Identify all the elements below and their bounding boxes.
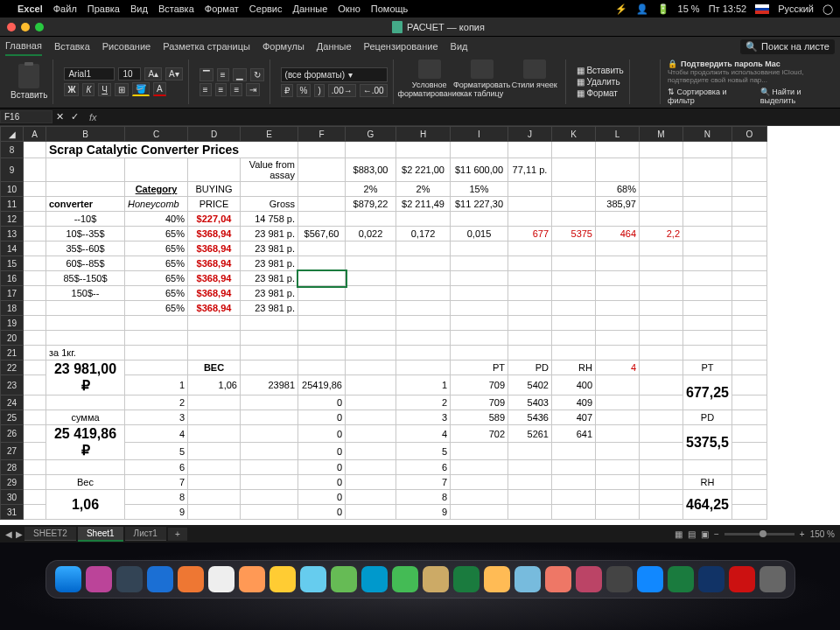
cell[interactable]: 8 [396, 490, 451, 505]
decrease-font-button[interactable]: A▾ [165, 67, 183, 80]
cell[interactable]: 150$-- [46, 286, 125, 301]
add-sheet-button[interactable]: + [168, 528, 187, 541]
row-header[interactable]: 21 [1, 346, 24, 360]
cell[interactable]: 464,25 [683, 490, 732, 520]
format-as-table-button[interactable]: Форматировать как таблицу [457, 60, 508, 104]
cell[interactable]: $368,94 [188, 256, 241, 271]
cell[interactable]: сумма [46, 410, 125, 425]
tab-view[interactable]: Вид [451, 38, 468, 55]
underline-button[interactable]: Ч [98, 83, 111, 96]
dock-app-icon[interactable] [331, 566, 357, 592]
siri-icon[interactable]: ◯ [822, 4, 833, 15]
battery-icon[interactable]: 🔋 [657, 4, 669, 15]
cell[interactable]: 65% [125, 286, 188, 301]
app-menu[interactable]: Excel [18, 4, 43, 14]
cell[interactable]: 0 [298, 490, 346, 505]
dock-app-icon[interactable] [453, 566, 480, 592]
cell[interactable]: 15% [451, 182, 508, 197]
active-cell[interactable] [298, 271, 346, 286]
dock-app-icon[interactable] [484, 566, 510, 592]
cell[interactable] [46, 301, 125, 316]
row-header[interactable]: 9 [1, 158, 24, 182]
cell[interactable]: 25419,86 [298, 375, 346, 396]
row-header[interactable]: 17 [1, 286, 24, 301]
find-select-button[interactable]: 🔍 Найти и выделить [760, 88, 835, 105]
cancel-formula-button[interactable]: ✕ [52, 111, 67, 122]
zoom-out-button[interactable]: − [714, 529, 719, 539]
dock-tv-icon[interactable] [606, 566, 633, 592]
bluetooth-icon[interactable]: ⚡ [615, 4, 627, 15]
number-format-select[interactable]: (все форматы)▾ [281, 67, 388, 82]
col-header[interactable]: N [683, 127, 732, 142]
cell[interactable]: 464 [596, 227, 640, 242]
row-header[interactable]: 23 [1, 375, 24, 396]
cell[interactable]: 77,11 p. [508, 158, 552, 182]
cell[interactable]: 1,06 [188, 375, 241, 396]
dock-calendar-icon[interactable] [208, 566, 234, 592]
delete-cells-button[interactable]: ▦ Удалить [577, 77, 624, 87]
cell[interactable]: 4 [125, 425, 188, 443]
cell[interactable]: 6 [125, 460, 188, 475]
dock-app-icon[interactable] [514, 566, 541, 592]
col-header[interactable]: D [188, 127, 241, 142]
font-size-select[interactable]: 10 [118, 67, 141, 80]
tab-formulas[interactable]: Формулы [262, 38, 304, 55]
col-header[interactable]: H [396, 127, 451, 142]
cell[interactable]: 0,022 [346, 227, 396, 242]
cell[interactable]: RH [683, 475, 732, 490]
row-header[interactable]: 24 [1, 396, 24, 410]
sheet-tab[interactable]: Sheet1 [78, 527, 123, 542]
cell[interactable]: 7 [125, 475, 188, 490]
cell[interactable]: $11 227,30 [451, 197, 508, 212]
sort-filter-button[interactable]: ⇅ Сортировка и фильтр [668, 88, 752, 105]
dock-app-icon[interactable] [178, 566, 204, 592]
cell[interactable]: 68% [596, 182, 640, 197]
cell[interactable]: 677,25 [683, 375, 732, 410]
cell[interactable]: 7 [396, 475, 451, 490]
row-header[interactable]: 12 [1, 212, 24, 227]
row-header[interactable]: 30 [1, 490, 24, 505]
maximize-window-button[interactable] [35, 23, 44, 32]
cell[interactable]: 1,06 [46, 490, 125, 520]
cell[interactable]: 23 981,00 ₽ [46, 360, 125, 396]
cell[interactable]: Scrap Catalytic Converter Prices [46, 142, 298, 158]
row-header[interactable]: 16 [1, 271, 24, 286]
dock-excel-icon[interactable] [668, 566, 694, 592]
cell[interactable]: 23 981 p. [241, 301, 298, 316]
dock-app-icon[interactable] [86, 566, 112, 592]
cell[interactable]: 702 [451, 425, 508, 443]
view-layout-icon[interactable]: ▤ [688, 529, 696, 539]
col-header[interactable]: M [640, 127, 683, 142]
spreadsheet-grid[interactable]: ◢ A B C D E F G H I J K L M N O 8 Scrap … [0, 126, 840, 525]
cell[interactable]: 5 [396, 443, 451, 460]
col-header[interactable]: A [24, 127, 46, 142]
menu-format[interactable]: Формат [205, 4, 239, 14]
sheet-tab[interactable]: SHEET2 [24, 527, 76, 541]
cell[interactable]: BUYING [188, 182, 241, 197]
cell[interactable]: $2 221,00 [396, 158, 451, 182]
clock[interactable]: Пт 13:52 [709, 4, 747, 14]
row-header[interactable]: 19 [1, 316, 24, 331]
cell[interactable]: PT [683, 360, 732, 375]
prev-sheet-button[interactable]: ◀ [5, 529, 12, 539]
cell[interactable]: 1 [125, 375, 188, 396]
cell[interactable]: Gross [241, 197, 298, 212]
cell[interactable]: 5375 [552, 227, 596, 242]
dock-pdf-icon[interactable] [729, 566, 755, 592]
row-header[interactable]: 14 [1, 242, 24, 256]
cell[interactable]: 0 [298, 505, 346, 520]
cell[interactable]: 6 [396, 460, 451, 475]
col-header[interactable]: B [46, 127, 125, 142]
cell[interactable]: 407 [552, 410, 596, 425]
insert-cells-button[interactable]: ▦ Вставить [577, 66, 624, 75]
cell[interactable]: 9 [396, 505, 451, 520]
percent-button[interactable]: % [297, 84, 312, 97]
cell[interactable]: $2 211,49 [396, 197, 451, 212]
menu-file[interactable]: Файл [53, 4, 77, 14]
tab-draw[interactable]: Рисование [102, 38, 150, 55]
cell[interactable]: 677 [508, 227, 552, 242]
cell[interactable]: 25 419,86 ₽ [46, 425, 125, 460]
cell[interactable]: converter [46, 197, 125, 212]
view-break-icon[interactable]: ▣ [701, 529, 709, 539]
cell[interactable]: $883,00 [346, 158, 396, 182]
